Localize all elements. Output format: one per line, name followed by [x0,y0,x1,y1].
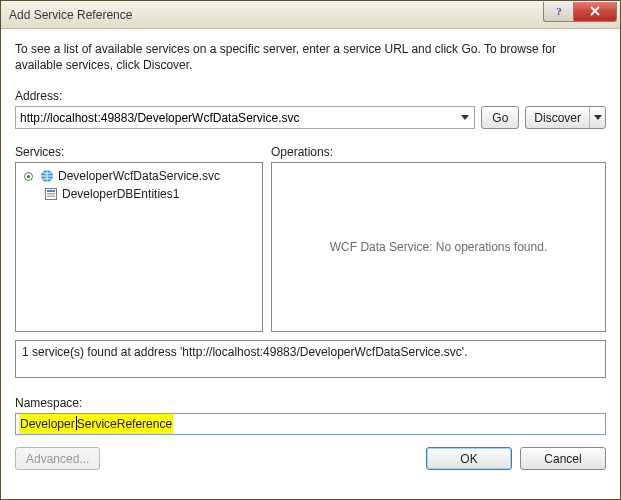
chevron-down-icon [461,115,469,121]
ok-button[interactable]: OK [426,447,512,470]
help-icon: ? [553,5,565,17]
status-box: 1 service(s) found at address 'http://lo… [15,340,606,378]
discover-button-label: Discover [526,107,589,128]
svg-rect-5 [47,190,55,192]
discover-dropdown-button[interactable] [589,107,605,128]
dialog-window: Add Service Reference ? To see a list of… [0,0,621,500]
namespace-value-suffix: ServiceReference [76,414,173,434]
svg-point-2 [26,175,29,178]
help-button[interactable]: ? [543,2,573,22]
svg-text:?: ? [556,5,562,17]
advanced-button[interactable]: Advanced... [15,447,100,470]
entity-icon [43,186,59,202]
window-title: Add Service Reference [9,8,543,22]
service-globe-icon [39,168,55,184]
namespace-value-prefix: Developer [19,414,76,434]
operations-label: Operations: [271,145,606,159]
go-button[interactable]: Go [481,106,519,129]
tree-item-root[interactable]: DeveloperWcfDataService.svc [18,167,260,185]
address-label: Address: [15,89,606,103]
namespace-input[interactable]: DeveloperServiceReference [15,413,606,435]
intro-text: To see a list of available services on a… [15,41,606,73]
operations-list[interactable]: WCF Data Service: No operations found. [271,162,606,332]
close-button[interactable] [573,2,617,22]
operations-empty-text: WCF Data Service: No operations found. [274,167,603,327]
discover-split-button[interactable]: Discover [525,106,606,129]
expand-icon[interactable] [20,168,36,184]
title-bar: Add Service Reference ? [1,1,620,29]
dialog-content: To see a list of available services on a… [1,29,620,499]
status-text: 1 service(s) found at address 'http://lo… [22,345,467,359]
address-dropdown-button[interactable] [456,115,474,121]
services-tree[interactable]: DeveloperWcfDataService.svc DeveloperDBE… [15,162,263,332]
tree-item-label: DeveloperDBEntities1 [62,187,179,201]
cancel-button[interactable]: Cancel [520,447,606,470]
svg-rect-6 [47,193,55,195]
tree-item-child[interactable]: DeveloperDBEntities1 [18,185,260,203]
chevron-down-icon [594,115,602,121]
tree-item-label: DeveloperWcfDataService.svc [58,169,220,183]
svg-rect-7 [47,196,55,198]
address-input[interactable] [16,107,456,128]
services-label: Services: [15,145,263,159]
namespace-label: Namespace: [15,396,606,410]
address-combobox[interactable] [15,106,475,129]
close-icon [589,6,601,16]
